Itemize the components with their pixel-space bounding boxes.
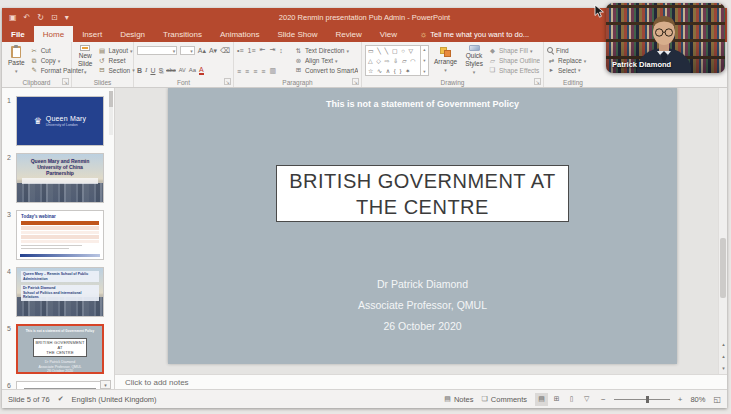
italic-button[interactable]: I [145, 66, 147, 75]
thumbnail-slide-6[interactable]: 6 BACKGROUND AND CONTEXT [2, 381, 108, 389]
zoom-in-button[interactable]: + [678, 395, 683, 404]
notes-pane[interactable]: Click to add notes [115, 374, 727, 389]
thumbnail-slide-4[interactable]: 4 Queen Mary – Renmin School of Public A… [2, 267, 108, 317]
shape-outline-button[interactable]: ▱Shape Outline▾ [488, 56, 540, 66]
grow-font-button[interactable]: A▴ [198, 46, 206, 55]
undo-icon[interactable]: ↶ [24, 13, 31, 22]
arrange-button[interactable]: Arrange ▾ [431, 45, 460, 76]
font-name-combo[interactable]: ▾ [137, 46, 177, 55]
layout-button[interactable]: ▤Layout▾ [97, 46, 134, 56]
text-direction-button[interactable]: ⇅Text Direction▾ [294, 46, 358, 56]
clear-formatting-button[interactable]: ⌫ [220, 46, 230, 55]
vertical-scrollbar[interactable]: ▴ ▴ ▾ [718, 88, 727, 374]
tab-insert[interactable]: Insert [73, 26, 111, 42]
align-center-button[interactable]: ≡ [245, 68, 249, 75]
thumbnail-slide-5-selected[interactable]: 5 This is not a statement of Government … [2, 324, 108, 374]
font-color-button[interactable]: A [199, 66, 204, 75]
columns-button[interactable]: ▥ [269, 67, 276, 75]
slideshow-view-button[interactable]: ▽ [580, 393, 593, 406]
strikethrough-button[interactable]: abc [166, 66, 176, 75]
group-clipboard: Paste ▾ ✂Cut ⧉Copy▾ ✎Format Painter Clip… [2, 42, 72, 87]
tab-file[interactable]: File [2, 26, 34, 42]
slide-subtitle-box[interactable]: Dr Patrick Diamond Associate Professor, … [168, 274, 677, 337]
scrollbar-thumb[interactable] [720, 238, 726, 298]
zoom-slider[interactable] [614, 399, 670, 400]
slide-3-table-header [21, 221, 99, 225]
fit-to-window-button[interactable]: ◱ [713, 395, 721, 404]
bullets-button[interactable]: •≡ [237, 47, 244, 54]
font-size-combo[interactable]: ▾ [180, 46, 194, 55]
drawing-dialog-launcher[interactable]: ↘ [534, 78, 541, 85]
slide-disclaimer-text[interactable]: This is not a statement of Government Po… [168, 99, 677, 109]
next-slide-button[interactable]: ▾ [719, 363, 728, 374]
slide-3-title: Today's webinar [21, 214, 99, 219]
increase-indent-button[interactable]: ⇥ [269, 46, 275, 54]
align-text-button[interactable]: ⊜Align Text▾ [294, 56, 358, 66]
shrink-font-button[interactable]: A▾ [209, 46, 217, 55]
copy-icon: ⧉ [30, 57, 39, 65]
qm-logo-subtitle: University of London [46, 123, 87, 127]
font-dialog-launcher[interactable]: ↘ [224, 78, 231, 85]
underline-button[interactable]: U [150, 66, 155, 75]
copy-label: Copy [41, 57, 56, 64]
line-spacing-button[interactable]: ↕ [279, 47, 283, 54]
tell-me-box[interactable]: ☼ Tell me what you want to do... [412, 26, 537, 42]
new-slide-button[interactable]: New Slide ▾ [75, 45, 95, 76]
slide-title-box[interactable]: BRITISH GOVERNMENT AT THE CENTRE [276, 165, 569, 222]
thumbnail-scroll-down-button[interactable]: ▾ [100, 380, 111, 389]
shape-effects-button[interactable]: ❏Shape Effects▾ [488, 65, 540, 75]
text-shadow-button[interactable]: S [158, 66, 163, 75]
shape-fill-button[interactable]: ◆Shape Fill▾ [488, 46, 540, 56]
paste-button[interactable]: Paste ▾ [5, 45, 28, 76]
tab-animations[interactable]: Animations [211, 26, 269, 42]
tab-review[interactable]: Review [326, 26, 370, 42]
reading-view-button[interactable]: ▯ [565, 393, 578, 406]
redo-icon[interactable]: ↻ [37, 13, 44, 22]
convert-smartart-button[interactable]: ⊞Convert to SmartArt [294, 65, 358, 75]
zoom-level[interactable]: 80% [690, 395, 705, 404]
thumbnail-slide-3[interactable]: 3 Today's webinar [2, 210, 108, 260]
paragraph-dialog-launcher[interactable]: ↘ [352, 78, 359, 85]
find-button[interactable]: Find [547, 46, 586, 56]
character-spacing-button[interactable]: AV [179, 66, 186, 75]
customize-qat-icon[interactable]: ▾ [65, 13, 69, 22]
thumbnail-slide-1[interactable]: 1 ♛ Queen Mary University of London [2, 96, 108, 146]
slide-sorter-view-button[interactable]: ⊞ [550, 393, 563, 406]
comments-toggle[interactable]: ❏Comments [482, 395, 528, 404]
slide-canvas[interactable]: This is not a statement of Government Po… [168, 88, 677, 364]
tab-transitions[interactable]: Transitions [154, 26, 211, 42]
save-icon[interactable]: ▣ [9, 13, 17, 22]
thumbnail-image: BACKGROUND AND CONTEXT [16, 381, 104, 389]
tab-home[interactable]: Home [34, 26, 73, 42]
change-case-button[interactable]: Aa [189, 66, 196, 75]
notes-toggle[interactable]: ▤Notes [444, 395, 473, 404]
zoom-out-button[interactable]: − [601, 395, 606, 404]
replace-button[interactable]: ⇄Replace▾ [547, 56, 586, 66]
reset-button[interactable]: ↺Reset [97, 56, 134, 66]
language-indicator[interactable]: English (United Kingdom) [72, 395, 157, 404]
thumbnail-slide-2[interactable]: 2 Queen Mary and Renmin University of Ch… [2, 153, 108, 203]
shapes-gallery-scroll[interactable]: ▴ ▾ ▾ [421, 45, 429, 76]
tab-design[interactable]: Design [111, 26, 154, 42]
scroll-up-button[interactable]: ▴ [719, 339, 728, 350]
previous-slide-button[interactable]: ▴ [719, 351, 728, 362]
shapes-gallery[interactable]: ▭ ╲ ╲ ▢ ○ ▽ △ ◇ ⇨ ⇩ ▱ ◠ ☆ ∿ ∧ { } ✶ [365, 45, 421, 76]
quick-styles-button[interactable]: Quick Styles ▾ [462, 45, 486, 76]
bold-button[interactable]: B [137, 66, 142, 75]
start-slideshow-icon[interactable]: ⊡ [51, 13, 58, 22]
numbering-button[interactable]: 1≡ [248, 47, 256, 54]
align-right-button[interactable]: ≡ [253, 68, 257, 75]
section-button[interactable]: ⊟Section▾ [97, 65, 134, 75]
proofing-icon[interactable]: ✔ [58, 395, 64, 403]
select-button[interactable]: ▸Select▾ [547, 65, 586, 75]
decrease-indent-button[interactable]: ⇤ [260, 46, 266, 54]
zoom-slider-handle[interactable] [646, 396, 649, 403]
justify-button[interactable]: ≡ [261, 68, 265, 75]
clipboard-dialog-launcher[interactable]: ↘ [62, 78, 69, 85]
align-left-button[interactable]: ≡ [237, 68, 241, 75]
tab-view[interactable]: View [371, 26, 406, 42]
thumbnail-scrollbar[interactable] [109, 91, 113, 135]
select-dropdown-icon: ▾ [578, 67, 581, 73]
normal-view-button[interactable]: ▤ [535, 393, 548, 406]
tab-slideshow[interactable]: Slide Show [268, 26, 326, 42]
